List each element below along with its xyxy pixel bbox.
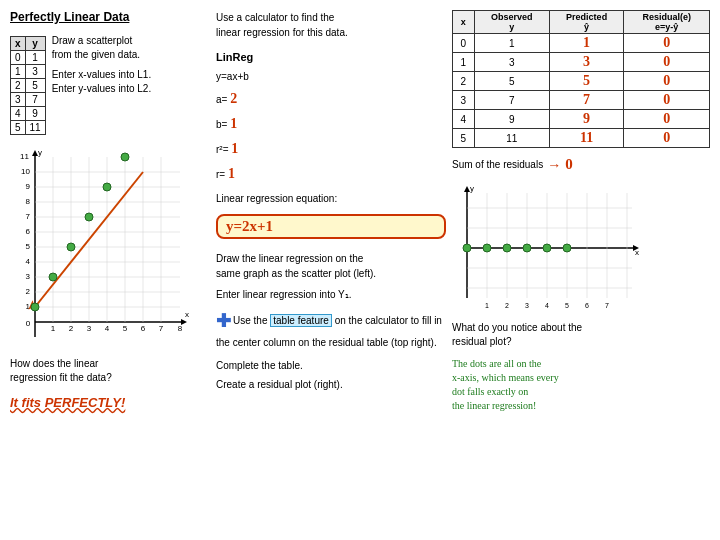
res-residual-cell: 0: [624, 91, 710, 110]
sum-value: 0: [565, 156, 573, 173]
residual-table-row: 511110: [453, 129, 710, 148]
a-value: 2: [230, 91, 237, 106]
res-x-cell: 0: [453, 34, 475, 53]
residual-plot-svg: x y: [452, 183, 642, 313]
complete-table-text: Complete the table.: [216, 360, 446, 371]
page-title: Perfectly Linear Data: [10, 10, 210, 24]
table-cell: 3: [25, 65, 45, 79]
a-label: a=: [216, 94, 227, 105]
r2-value: 1: [231, 141, 238, 156]
svg-text:y: y: [38, 148, 42, 157]
use-table-text: ✚Use the table feature on the calculator…: [216, 308, 446, 350]
b-label: b=: [216, 119, 227, 130]
res-residual-cell: 0: [624, 72, 710, 91]
a-row: a= 2: [216, 86, 446, 111]
svg-point-77: [483, 244, 491, 252]
sum-residuals-row: Sum of the residuals → 0: [452, 156, 710, 173]
enter-values-text: Enter x-values into L1. Enter y-values i…: [52, 68, 152, 96]
table-cell: 5: [11, 121, 26, 135]
residual-table-row: 3770: [453, 91, 710, 110]
res-x-cell: 4: [453, 110, 475, 129]
svg-point-79: [523, 244, 531, 252]
res-col-observed: Observedy: [474, 11, 549, 34]
svg-text:10: 10: [21, 167, 30, 176]
col-y-header: y: [25, 37, 45, 51]
table-cell: 1: [25, 51, 45, 65]
use-calculator-text: Use a calculator to find the linear regr…: [216, 10, 446, 40]
svg-text:4: 4: [105, 324, 110, 333]
sum-label: Sum of the residuals: [452, 159, 543, 170]
svg-text:4: 4: [545, 302, 549, 309]
col-x-header: x: [11, 37, 26, 51]
residual-table-row: 0110: [453, 34, 710, 53]
svg-point-81: [563, 244, 571, 252]
answer-handwritten: The dots are all on the x-axis, which me…: [452, 357, 710, 413]
residual-table-row: 1330: [453, 53, 710, 72]
perfectly-answer: It fits PERFECTLY!: [10, 395, 210, 410]
table-cell: 2: [11, 79, 26, 93]
table-cell: 5: [25, 79, 45, 93]
svg-point-49: [103, 183, 111, 191]
linreg-block: LinReg y=ax+b a= 2 b= 1 r²= 1 r= 1: [216, 48, 446, 187]
r-label: r=: [216, 169, 225, 180]
svg-text:6: 6: [141, 324, 146, 333]
data-table: x y 0113253749511: [10, 36, 46, 135]
svg-text:7: 7: [26, 212, 31, 221]
svg-point-47: [67, 243, 75, 251]
svg-text:y: y: [470, 184, 474, 193]
svg-point-76: [463, 244, 471, 252]
svg-text:0: 0: [26, 319, 31, 328]
y-eq: y=ax+b: [216, 68, 446, 86]
res-x-cell: 5: [453, 129, 475, 148]
res-x-cell: 1: [453, 53, 475, 72]
res-residual-cell: 0: [624, 110, 710, 129]
res-predicted-cell: 5: [549, 72, 623, 91]
svg-text:2: 2: [69, 324, 74, 333]
svg-text:5: 5: [123, 324, 128, 333]
plus-icon: ✚: [216, 311, 231, 331]
table-cell: 9: [25, 107, 45, 121]
linreg-label: LinReg: [216, 48, 446, 68]
res-residual-cell: 0: [624, 34, 710, 53]
res-observed-cell: 7: [474, 91, 549, 110]
svg-text:9: 9: [26, 182, 31, 191]
svg-text:4: 4: [26, 257, 31, 266]
b-row: b= 1: [216, 111, 446, 136]
how-fit-text: How does the linear regression fit the d…: [10, 357, 210, 385]
svg-text:5: 5: [26, 242, 31, 251]
table-cell: 7: [25, 93, 45, 107]
svg-text:x: x: [635, 248, 639, 257]
right-column: x Observedy Predictedŷ Residual(e)e=y-ŷ …: [452, 10, 710, 530]
residual-table-row: 4990: [453, 110, 710, 129]
svg-text:1: 1: [51, 324, 56, 333]
res-observed-cell: 3: [474, 53, 549, 72]
svg-text:3: 3: [87, 324, 92, 333]
res-predicted-cell: 3: [549, 53, 623, 72]
create-resid-plot-text: Create a residual plot (right).: [216, 379, 446, 390]
residual-table: x Observedy Predictedŷ Residual(e)e=y-ŷ …: [452, 10, 710, 148]
draw-scatterplot-text: Draw a scatterplot from the given data.: [52, 34, 152, 62]
svg-point-80: [543, 244, 551, 252]
table-cell: 11: [25, 121, 45, 135]
res-residual-cell: 0: [624, 53, 710, 72]
lin-reg-eq-label: Linear regression equation:: [216, 193, 446, 204]
r2-label: r²=: [216, 144, 229, 155]
res-col-residual: Residual(e)e=y-ŷ: [624, 11, 710, 34]
svg-point-50: [121, 153, 129, 161]
svg-text:8: 8: [178, 324, 183, 333]
svg-text:3: 3: [525, 302, 529, 309]
res-observed-cell: 9: [474, 110, 549, 129]
svg-text:7: 7: [159, 324, 164, 333]
res-col-x: x: [453, 11, 475, 34]
svg-text:8: 8: [26, 197, 31, 206]
table-cell: 3: [11, 93, 26, 107]
table-cell: 4: [11, 107, 26, 121]
scatter-svg: 0 1 2 3 4 5 6 7 8 1 2 3 4 5 6 7 8 9 10: [10, 147, 190, 347]
residual-table-row: 2550: [453, 72, 710, 91]
residual-plot: x y: [452, 183, 710, 313]
svg-text:6: 6: [26, 227, 31, 236]
svg-text:7: 7: [605, 302, 609, 309]
sum-arrow-icon: →: [547, 157, 561, 173]
svg-point-46: [49, 273, 57, 281]
svg-text:11: 11: [20, 152, 29, 161]
